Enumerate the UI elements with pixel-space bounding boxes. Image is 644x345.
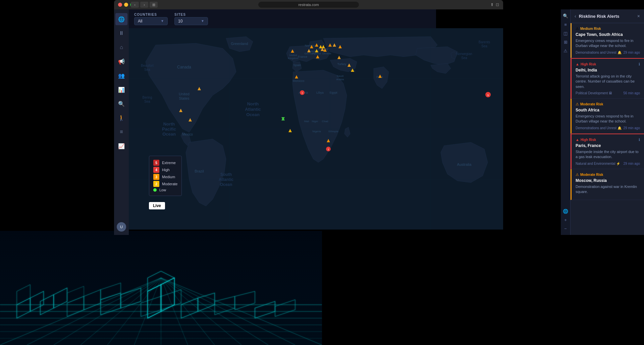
sidebar-icon-chart[interactable]: 📊 — [115, 84, 127, 96]
sidebar-icon-people[interactable]: 👥 — [115, 69, 127, 82]
alert-category-4: Natural and Environmental ⚡ — [576, 162, 620, 165]
filter-bar: COUNTRIES All ▼ SITES 10 ▼ — [129, 9, 436, 28]
legend-moderate-label: Moderate — [162, 182, 177, 186]
mini-layers-icon[interactable]: ◫ — [562, 30, 569, 37]
svg-text:Arabia: Arabia — [336, 78, 344, 81]
user-avatar[interactable]: U — [117, 222, 126, 232]
alert-location-4: Paris, France — [576, 143, 640, 148]
mini-zoom-in-icon[interactable]: + — [562, 216, 569, 224]
countries-dropdown[interactable]: All ▼ — [134, 17, 168, 25]
address-bar[interactable]: restrata.com — [258, 2, 359, 8]
alert-category-3: Demonstrations and Unrest 🔔 — [576, 126, 622, 130]
alert-risk-badge-5: ⚠ Moderate Risk — [576, 172, 640, 177]
sidebar-icon-alerts[interactable]: 📢 — [115, 55, 127, 67]
legend-item-extreme: 5 Extreme — [153, 160, 177, 166]
alert-desc-3: Emergency crews respond to fire in Durba… — [576, 114, 640, 124]
back-nav-button[interactable]: ‹ — [131, 2, 139, 8]
left-sidebar: 🌐 ⏸ ⌂ 📢 👥 📊 🔍 🚶 ≡ 📈 U — [114, 9, 129, 235]
sidebar-icon-walk[interactable]: 🚶 — [115, 112, 127, 124]
alert-card-moscow[interactable]: ⚠ Moderate Risk Moscow, Russia Demonstra… — [571, 169, 644, 200]
nav-buttons: ‹ › ⊞ — [131, 2, 158, 8]
alert-card-cape-town[interactable]: ⚠ Medium Risk Cape Town, South Africa Em… — [571, 23, 644, 58]
alert-meta-3: Demonstrations and Unrest 🔔 29 min ago — [576, 126, 640, 130]
legend-item-low: Low — [153, 188, 177, 192]
svg-text:Egypt: Egypt — [329, 91, 337, 94]
legend-medium-label: Medium — [162, 175, 175, 179]
info-icon-1[interactable]: ℹ — [639, 62, 640, 66]
minimize-button[interactable] — [124, 3, 128, 7]
risk-alerts-panel: ‹ Riskline Risk Alerts × ⚠ Medium Risk C… — [570, 9, 644, 235]
svg-text:Sea: Sea — [144, 68, 150, 71]
countries-filter-group: COUNTRIES All ▼ — [134, 13, 168, 25]
medium-risk-label: Medium Risk — [580, 27, 601, 31]
sites-chevron-icon: ▼ — [201, 19, 204, 23]
alert-location-2: Delhi, India — [576, 68, 640, 72]
risk-legend: 5 Extreme 4 High 3 Medium 2 Moderate Low — [149, 156, 182, 196]
alert-meta-1: Demonstrations and Unrest 🔔 29 min ago — [576, 51, 640, 54]
alert-time-3: 29 min ago — [624, 126, 640, 130]
forward-nav-button[interactable]: › — [140, 2, 148, 8]
mini-grid-icon[interactable]: ⊞ — [562, 38, 569, 46]
svg-text:France: France — [298, 55, 307, 58]
alert-card-south-africa[interactable]: ⚠ Moderate Risk South Africa Emergency c… — [571, 99, 644, 134]
svg-text:Australia: Australia — [457, 162, 472, 166]
svg-text:Canada: Canada — [177, 65, 191, 69]
mini-globe2-icon[interactable]: 🌐 — [562, 207, 569, 215]
mini-zoom-out-icon[interactable]: − — [562, 225, 569, 232]
alert-location-1: Cape Town, South Africa — [576, 32, 640, 37]
alert-desc-2: Terrorist attack going on in the city ce… — [576, 74, 640, 89]
svg-text:1: 1 — [487, 94, 489, 97]
countries-chevron-icon: ▼ — [161, 19, 164, 23]
svg-text:Brazil: Brazil — [195, 169, 204, 173]
share-icon[interactable]: ⬆ — [490, 2, 494, 7]
alert-desc-1: Emergency crews respond to fire in Durba… — [576, 38, 640, 49]
close-button[interactable] — [118, 3, 122, 7]
moderate-risk-icon-2: ⚠ — [576, 172, 579, 177]
live-button[interactable]: Live — [149, 202, 165, 209]
sites-filter-group: SITES 10 ▼ — [174, 13, 208, 25]
svg-text:Ocean: Ocean — [220, 182, 232, 187]
panel-close-button[interactable]: × — [637, 13, 640, 19]
sites-dropdown[interactable]: 10 ▼ — [174, 17, 208, 25]
sites-value: 10 — [178, 19, 182, 23]
svg-text:States: States — [179, 96, 190, 100]
svg-text:Poland: Poland — [313, 52, 321, 55]
world-map-svg: North Pacific Ocean North Atlantic Ocean… — [129, 28, 503, 230]
mini-search-icon[interactable]: 🔍 — [562, 12, 569, 19]
map-container[interactable]: North Pacific Ocean North Atlantic Ocean… — [129, 28, 503, 230]
alert-card-delhi[interactable]: ▲ High Risk ℹ Delhi, India Terrorist att… — [571, 58, 644, 99]
svg-text:Mali: Mali — [304, 120, 309, 123]
city-3d-view — [0, 231, 322, 345]
alert-category-2: Political Development 🏛 — [576, 91, 612, 95]
high-risk-icon-1: ▲ — [576, 62, 579, 66]
moderate-risk-icon-1: ⚠ — [576, 102, 579, 106]
svg-text:Libya: Libya — [316, 91, 324, 94]
svg-text:North: North — [163, 121, 175, 127]
alert-category-1: Demonstrations and Unrest 🔔 — [576, 51, 622, 54]
sidebar-icon-analytics[interactable]: 📈 — [115, 140, 127, 152]
mini-alert-icon[interactable]: ⚠ — [562, 47, 569, 54]
sidebar-icon-search[interactable]: 🔍 — [115, 98, 127, 110]
alert-card-paris[interactable]: ▲ High Risk ℹ Paris, France Stampede ins… — [571, 134, 644, 169]
svg-text:South: South — [220, 172, 232, 177]
info-icon-2[interactable]: ℹ — [639, 138, 640, 142]
mini-list-icon[interactable]: ≡ — [562, 21, 569, 28]
svg-text:Pacific: Pacific — [162, 127, 176, 132]
svg-text:!: ! — [302, 92, 303, 95]
alert-risk-badge-2: ▲ High Risk ℹ — [576, 62, 640, 66]
svg-text:Chad: Chad — [322, 120, 328, 123]
moderate-risk-label-2: Moderate Risk — [580, 173, 603, 177]
panel-back-button[interactable]: ‹ — [575, 13, 576, 19]
city-3d-svg — [0, 231, 322, 345]
sidebar-toggle-icon[interactable]: ⊡ — [496, 2, 499, 7]
alert-risk-badge-1: ⚠ Medium Risk — [576, 27, 640, 31]
sidebar-icon-layers[interactable]: ≡ — [115, 126, 127, 138]
sidebar-icon-home[interactable]: ⌂ — [115, 41, 127, 53]
sidebar-icon-globe[interactable]: 🌐 — [115, 13, 127, 25]
svg-text:Nigeria: Nigeria — [312, 130, 321, 133]
sidebar-icon-pause[interactable]: ⏸ — [115, 27, 127, 39]
layout-nav-button[interactable]: ⊞ — [150, 2, 158, 8]
svg-text:Mexico: Mexico — [182, 133, 193, 136]
alert-location-5: Moscow, Russia — [576, 178, 640, 183]
alert-meta-2: Political Development 🏛 56 min ago — [576, 91, 640, 95]
